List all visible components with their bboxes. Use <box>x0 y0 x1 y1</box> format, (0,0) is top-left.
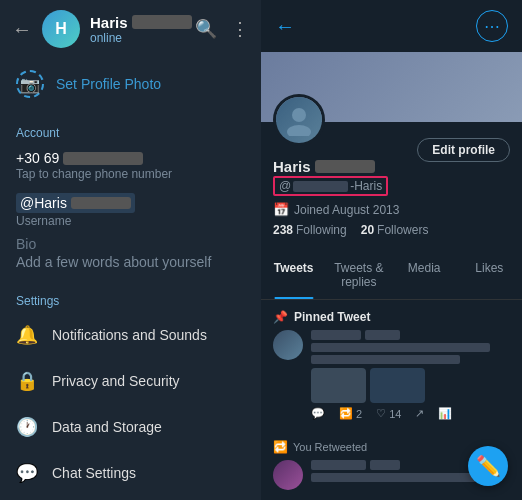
rt-handle <box>370 460 400 470</box>
handle-row: @ -Haris <box>273 176 510 196</box>
account-section-label: Account <box>0 118 261 144</box>
camera-icon: 📷 <box>16 70 44 98</box>
followers-stat[interactable]: 20 Followers <box>361 223 429 237</box>
right-panel-wrapper: ← ⋯ Edit profile Haris <box>261 0 522 500</box>
svg-point-0 <box>292 108 306 122</box>
profile-banner: Edit profile <box>261 52 522 122</box>
avatar-inner <box>276 97 322 143</box>
tab-tweets[interactable]: Tweets <box>261 251 326 299</box>
settings-section-label: Settings <box>0 286 261 312</box>
following-label: Following <box>296 223 347 237</box>
share-icon: ↗ <box>415 407 424 420</box>
pinned-tweet-row: 💬 🔁 2 ♡ 14 ↗ <box>273 330 510 420</box>
tweet-content: 💬 🔁 2 ♡ 14 ↗ <box>311 330 510 420</box>
reply-action[interactable]: 💬 <box>311 407 325 420</box>
like-count: 14 <box>389 408 401 420</box>
retweet-count: 2 <box>356 408 362 420</box>
retweet-action[interactable]: 🔁 2 <box>339 407 362 420</box>
right-panel: ← ⋯ Edit profile Haris <box>261 0 522 500</box>
chat-icon: 💬 <box>16 462 38 484</box>
profile-tabs: Tweets Tweets & replies Media Likes <box>261 251 522 300</box>
user-name: Haris <box>90 14 128 31</box>
share-action[interactable]: ↗ <box>415 407 424 420</box>
phone-field-row: +30 69 Tap to change phone number <box>0 144 261 183</box>
username-value[interactable]: @Haris <box>16 193 135 213</box>
chart-icon: 📊 <box>438 407 452 420</box>
sidebar-item-folders[interactable]: 📁 Folders <box>0 496 261 500</box>
right-more-icon[interactable]: ⋯ <box>476 10 508 42</box>
avatar: H <box>42 10 80 48</box>
username-field-row[interactable]: @Haris Username <box>0 187 261 230</box>
user-info: Haris online <box>90 14 195 45</box>
svg-point-1 <box>287 125 311 136</box>
joined-row: 📅 Joined August 2013 <box>273 202 510 217</box>
retweet-icon: 🔁 <box>339 407 353 420</box>
left-header: ← H Haris online 🔍 ⋮ <box>0 0 261 58</box>
lock-icon: 🔒 <box>16 370 38 392</box>
tweet-actions: 💬 🔁 2 ♡ 14 ↗ <box>311 407 510 420</box>
like-action[interactable]: ♡ 14 <box>376 407 401 420</box>
handle-blurred <box>293 181 348 192</box>
joined-text: Joined August 2013 <box>294 203 399 217</box>
handle-prefix: @ <box>279 179 291 193</box>
pin-icon: 📌 <box>273 310 288 324</box>
right-back-button[interactable]: ← <box>275 15 295 38</box>
tweet-handle <box>365 330 400 340</box>
you-retweeted-text: You Retweeted <box>293 441 367 453</box>
edit-profile-button[interactable]: Edit profile <box>417 138 510 162</box>
handle-suffix: -Haris <box>350 179 382 193</box>
tab-likes[interactable]: Likes <box>457 251 522 299</box>
tab-replies[interactable]: Tweets & replies <box>326 251 391 299</box>
like-icon: ♡ <box>376 407 386 420</box>
pinned-tweet-section: 📌 Pinned Tweet <box>261 300 522 434</box>
sidebar-item-notifications[interactable]: 🔔 Notifications and Sounds <box>0 312 261 358</box>
retweet-label-icon: 🔁 <box>273 440 288 454</box>
tweet-line-2 <box>311 355 460 364</box>
calendar-icon: 📅 <box>273 202 289 217</box>
bio-hint[interactable]: Add a few words about yourself <box>16 254 245 270</box>
sidebar-item-chat[interactable]: 💬 Chat Settings <box>0 450 261 496</box>
left-panel: ← H Haris online 🔍 ⋮ 📷 Set Profile Photo… <box>0 0 261 500</box>
chart-action[interactable]: 📊 <box>438 407 452 420</box>
user-name-blurred <box>132 15 192 29</box>
bio-section-label: Bio <box>16 236 245 252</box>
search-icon[interactable]: 🔍 <box>195 18 217 40</box>
pinned-tweet-title: 📌 Pinned Tweet <box>273 310 510 324</box>
tweet-avatar <box>273 330 303 360</box>
back-button[interactable]: ← <box>12 18 32 41</box>
privacy-label: Privacy and Security <box>52 373 180 389</box>
rt-name <box>311 460 366 470</box>
sidebar-item-data[interactable]: 🕐 Data and Storage <box>0 404 261 450</box>
chat-label: Chat Settings <box>52 465 136 481</box>
profile-avatar <box>273 94 325 146</box>
set-profile-photo-row[interactable]: 📷 Set Profile Photo <box>0 58 261 110</box>
more-icon[interactable]: ⋮ <box>231 18 249 40</box>
rt-avatar <box>273 460 303 490</box>
person-silhouette <box>283 104 315 136</box>
handle-box: @ -Haris <box>273 176 388 196</box>
bell-icon: 🔔 <box>16 324 38 346</box>
following-count: 238 <box>273 223 293 237</box>
reply-icon: 💬 <box>311 407 325 420</box>
following-stat[interactable]: 238 Following <box>273 223 347 237</box>
sidebar-item-privacy[interactable]: 🔒 Privacy and Security <box>0 358 261 404</box>
notifications-label: Notifications and Sounds <box>52 327 207 343</box>
rt-line <box>311 473 480 482</box>
stats-row: 238 Following 20 Followers <box>273 223 510 237</box>
set-profile-photo-label: Set Profile Photo <box>56 76 161 92</box>
tweet-name <box>311 330 361 340</box>
compose-fab[interactable]: ✏️ <box>468 446 508 486</box>
tweet-line-1 <box>311 343 490 352</box>
phone-value[interactable]: +30 69 <box>16 150 245 166</box>
tweet-image-2 <box>370 368 425 403</box>
bio-row: Bio Add a few words about yourself <box>0 230 261 278</box>
followers-label: Followers <box>377 223 428 237</box>
user-status: online <box>90 31 195 45</box>
header-icons: 🔍 ⋮ <box>195 18 249 40</box>
data-label: Data and Storage <box>52 419 162 435</box>
tab-media[interactable]: Media <box>392 251 457 299</box>
username-hint: Username <box>16 214 245 228</box>
right-header: ← ⋯ <box>261 0 522 52</box>
tweet-image-1 <box>311 368 366 403</box>
profile-info: Haris @ -Haris 📅 Joined August 2013 238 … <box>261 158 522 243</box>
